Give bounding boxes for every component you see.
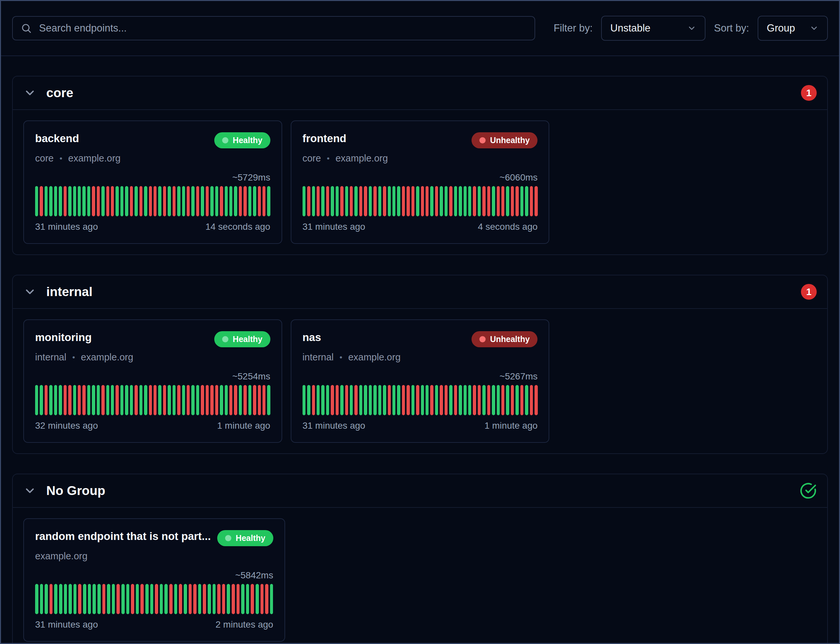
health-bar-down <box>106 186 109 216</box>
health-bar-down <box>407 385 410 415</box>
health-bar-up <box>40 385 43 415</box>
health-bar-down <box>234 385 237 415</box>
group-title: No Group <box>46 483 105 498</box>
health-bar-down <box>220 186 223 216</box>
health-bar-up <box>416 186 419 216</box>
health-bar-up <box>35 584 38 614</box>
health-bar-down <box>426 186 428 216</box>
search-box <box>12 16 535 40</box>
group-status: 1 <box>801 85 817 101</box>
group-header[interactable]: No Group <box>13 474 827 508</box>
endpoint-card[interactable]: nasUnhealthyinternal•example.org~5267ms3… <box>291 319 550 443</box>
endpoint-card[interactable]: frontendUnhealthycore•example.org~6060ms… <box>291 120 550 244</box>
health-bar-up <box>44 584 48 614</box>
endpoint-group: core <box>35 153 54 164</box>
health-bar-down <box>193 584 197 614</box>
status-pill: Healthy <box>214 132 270 148</box>
health-bar-down <box>317 186 320 216</box>
health-bar-up <box>270 584 273 614</box>
health-bar-down <box>64 186 67 216</box>
health-bar-down <box>520 385 523 415</box>
sort-select-value: Group <box>767 22 795 34</box>
health-bar-down <box>44 385 48 415</box>
chevron-down-icon <box>809 24 819 33</box>
avg-response-time: ~5254ms <box>35 371 271 382</box>
health-bar-down <box>530 385 533 415</box>
health-bar-down <box>243 385 246 415</box>
health-bar-down <box>163 186 166 216</box>
health-bar-up <box>520 186 523 216</box>
health-bar-up <box>160 584 163 614</box>
health-bar-up <box>87 385 90 415</box>
health-bar-up <box>130 385 133 415</box>
health-bar-up <box>174 584 177 614</box>
health-bar-down <box>487 385 490 415</box>
health-bar-up <box>97 385 100 415</box>
health-bar-up <box>106 385 109 415</box>
search-icon <box>21 23 32 34</box>
endpoint-name: nas <box>302 331 321 344</box>
endpoint-group: core <box>302 153 321 164</box>
search-input[interactable] <box>12 16 535 40</box>
filter-select[interactable]: Unstable <box>601 16 705 41</box>
health-bar-down <box>230 385 232 415</box>
health-bar-down <box>154 385 156 415</box>
unhealthy-count-badge: 1 <box>801 85 817 101</box>
health-bar-down <box>49 584 53 614</box>
health-bar-down <box>222 584 225 614</box>
health-bar-up <box>506 186 509 216</box>
health-bar-down <box>102 584 106 614</box>
health-bar-up <box>107 584 110 614</box>
group-header[interactable]: core1 <box>13 77 827 110</box>
health-bar-up <box>158 385 161 415</box>
oldest-check-time: 31 minutes ago <box>302 222 365 232</box>
chevron-down-icon <box>23 285 36 298</box>
health-bar-up <box>208 584 211 614</box>
health-history-bars[interactable] <box>35 385 271 415</box>
health-bar-down <box>497 186 500 216</box>
health-bar-up <box>73 186 76 216</box>
status-dot-icon <box>222 137 228 143</box>
health-bar-up <box>378 186 381 216</box>
health-bar-up <box>198 584 202 614</box>
endpoint-card[interactable]: backendHealthycore•example.org~5729ms31 … <box>23 120 282 244</box>
health-history-bars[interactable] <box>35 186 271 216</box>
endpoint-cards: monitoringHealthyinternal•example.org~52… <box>13 309 827 453</box>
endpoint-group: internal <box>302 352 334 363</box>
group-header[interactable]: internal1 <box>13 275 827 309</box>
health-bar-down <box>239 186 242 216</box>
toolbar-controls: Filter by: Unstable Sort by: Group <box>553 16 828 41</box>
health-bar-down <box>201 385 204 415</box>
health-bar-up <box>59 186 62 216</box>
endpoint-card[interactable]: random endpoint that is not part...Healt… <box>23 518 285 642</box>
health-bar-down <box>139 186 143 216</box>
health-history-bars[interactable] <box>35 584 273 614</box>
health-history-bars[interactable] <box>302 385 538 415</box>
health-bar-up <box>354 186 357 216</box>
health-bar-up <box>182 186 185 216</box>
health-bar-down <box>440 385 443 415</box>
health-history-bars[interactable] <box>302 186 538 216</box>
health-bar-up <box>201 186 204 216</box>
oldest-check-time: 31 minutes ago <box>35 619 98 630</box>
health-bar-up <box>373 385 376 415</box>
health-bar-down <box>478 385 481 415</box>
health-bar-down <box>354 385 357 415</box>
health-bar-up <box>317 385 320 415</box>
health-bar-up <box>54 186 57 216</box>
health-bar-up <box>158 186 161 216</box>
newest-check-time: 1 minute ago <box>217 421 271 431</box>
health-bar-down <box>206 385 209 415</box>
health-bar-up <box>40 584 43 614</box>
endpoint-host: example.org <box>35 551 88 562</box>
oldest-check-time: 32 minutes ago <box>35 421 98 431</box>
health-bar-up <box>227 584 230 614</box>
sort-select[interactable]: Group <box>758 16 828 41</box>
endpoint-card[interactable]: monitoringHealthyinternal•example.org~52… <box>23 319 282 443</box>
health-bar-up <box>220 385 223 415</box>
health-bar-down <box>243 186 246 216</box>
group-status <box>800 482 817 499</box>
health-bar-up <box>210 186 213 216</box>
endpoint-name: backend <box>35 132 79 145</box>
health-bar-up <box>307 385 310 415</box>
